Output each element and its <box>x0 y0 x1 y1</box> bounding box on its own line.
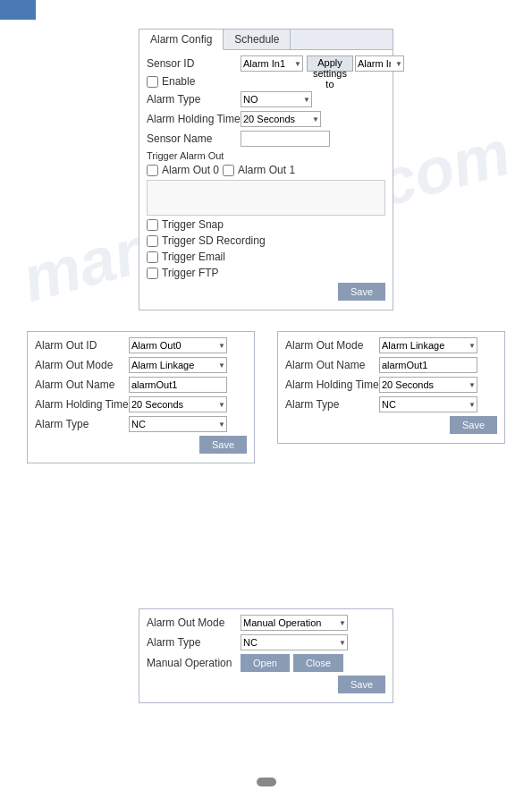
alarm-holding-time-select-right[interactable]: 20 Seconds <box>379 377 477 393</box>
alarm-config-panel: Alarm Config Schedule Sensor ID Alarm In… <box>139 29 393 310</box>
alarm-type-select-wrapper-manual: NC <box>241 634 348 650</box>
manual-operation-label: Manual Operation <box>147 657 241 669</box>
alarm-type-row-manual: Alarm Type NC <box>147 634 385 650</box>
enable-checkbox[interactable] <box>147 76 158 88</box>
panel3-body: Alarm Out Mode Alarm Linkage Alarm Out N… <box>278 332 504 443</box>
alarm-holding-time-select-left[interactable]: 20 Seconds <box>129 396 227 412</box>
alarm-holding-time-label-right: Alarm Holding Time <box>285 378 379 391</box>
alarm-out-mode-select-right[interactable]: Alarm Linkage <box>379 337 477 353</box>
apply-to-select-wrapper: Alarm In2 <box>355 55 404 72</box>
panel4-save-button[interactable]: Save <box>338 676 385 693</box>
sensor-id-select[interactable]: Alarm In1 <box>241 55 303 72</box>
panel1-save-button[interactable]: Save <box>338 283 385 301</box>
alarm-out-mode-label-left: Alarm Out Mode <box>35 359 129 371</box>
trigger-sd-checkbox[interactable] <box>147 235 158 247</box>
open-button[interactable]: Open <box>241 654 290 672</box>
alarm-holding-time-label-left: Alarm Holding Time <box>35 398 129 411</box>
apply-to-select[interactable]: Alarm In2 <box>355 55 404 72</box>
manual-operation-panel: Alarm Out Mode Manual Operation Alarm Ty… <box>139 608 393 703</box>
tabs: Alarm Config Schedule <box>139 30 393 50</box>
alarm-out0-label: Alarm Out 0 <box>162 164 219 176</box>
alarm-out-name-input-right[interactable] <box>379 357 477 373</box>
trigger-alarm-out-title: Trigger Alarm Out <box>147 150 385 161</box>
sensor-id-row: Sensor ID Alarm In1 Apply settings to Al… <box>147 55 385 72</box>
alarm-out-mode-select-manual[interactable]: Manual Operation <box>241 615 348 631</box>
apply-settings-button[interactable]: Apply settings to <box>307 55 353 72</box>
alarm-type-label-manual: Alarm Type <box>147 636 241 649</box>
panel3-save-row: Save <box>285 416 497 438</box>
alarm-out-name-row-left: Alarm Out Name <box>35 377 247 393</box>
alarm-out1-label: Alarm Out 1 <box>238 164 295 176</box>
alarm-out-mode-row-left: Alarm Out Mode Alarm Linkage <box>35 357 247 373</box>
alarm-holding-time-row-right: Alarm Holding Time 20 Seconds <box>285 377 497 393</box>
panel4-save-row: Save <box>147 676 385 697</box>
alarm-out-checkboxes: Alarm Out 0 Alarm Out 1 <box>147 164 385 176</box>
sensor-name-label: Sensor Name <box>147 132 241 145</box>
trigger-area <box>147 180 385 216</box>
alarm-out-name-input-left[interactable] <box>129 377 227 393</box>
alarm-out-id-label: Alarm Out ID <box>35 339 129 352</box>
alarm-type-select-right[interactable]: NC <box>379 396 477 412</box>
alarm-out-name-row-right: Alarm Out Name <box>285 357 497 373</box>
alarm-out-mode-row-right: Alarm Out Mode Alarm Linkage <box>285 337 497 353</box>
alarm-type-select-left[interactable]: NC <box>129 416 227 432</box>
alarm-holding-time-select[interactable]: 20 Seconds <box>241 111 321 127</box>
tab-alarm-config[interactable]: Alarm Config <box>139 30 224 50</box>
close-button[interactable]: Close <box>293 654 343 672</box>
enable-label: Enable <box>162 75 195 88</box>
alarm-out-id-select[interactable]: Alarm Out0 <box>129 337 227 353</box>
panel1-body: Sensor ID Alarm In1 Apply settings to Al… <box>139 50 393 310</box>
alarm-holding-time-select-wrapper: 20 Seconds <box>241 111 321 127</box>
alarm-out-mode-row-manual: Alarm Out Mode Manual Operation <box>147 615 385 631</box>
alarm-holding-time-select-wrapper-right: 20 Seconds <box>379 377 477 393</box>
trigger-snap-row: Trigger Snap <box>147 218 385 231</box>
alarm-out-mode-label-right: Alarm Out Mode <box>285 339 379 352</box>
alarm-type-select-wrapper-left: NC <box>129 416 227 432</box>
alarm-out0-checkbox[interactable] <box>147 165 158 176</box>
alarm-out-left-panel: Alarm Out ID Alarm Out0 Alarm Out Mode A… <box>27 331 255 463</box>
manual-operation-row: Manual Operation Open Close <box>147 654 385 672</box>
alarm-type-row-right: Alarm Type NC <box>285 396 497 412</box>
alarm-out-mode-select-left[interactable]: Alarm Linkage <box>129 357 227 373</box>
alarm-type-select-manual[interactable]: NC <box>241 634 348 650</box>
panel3-save-button[interactable]: Save <box>450 416 497 434</box>
panel1-save-row: Save <box>147 283 385 304</box>
tab-schedule[interactable]: Schedule <box>224 30 291 49</box>
alarm-out-mode-label-manual: Alarm Out Mode <box>147 616 241 629</box>
trigger-email-row: Trigger Email <box>147 251 385 263</box>
trigger-ftp-label: Trigger FTP <box>162 267 219 279</box>
trigger-email-checkbox[interactable] <box>147 251 158 263</box>
enable-row: Enable <box>147 75 385 88</box>
alarm-type-row-left: Alarm Type NC <box>35 416 247 432</box>
alarm-type-label: Alarm Type <box>147 93 241 106</box>
panel2-save-button[interactable]: Save <box>199 436 247 454</box>
alarm-holding-time-label: Alarm Holding Time <box>147 113 241 125</box>
alarm-out-name-label-right: Alarm Out Name <box>285 359 379 371</box>
trigger-snap-checkbox[interactable] <box>147 219 158 231</box>
trigger-sd-label: Trigger SD Recording <box>162 234 266 247</box>
alarm-type-select[interactable]: NO <box>241 91 312 107</box>
sensor-name-input[interactable] <box>241 131 330 147</box>
alarm-holding-time-row-left: Alarm Holding Time 20 Seconds <box>35 396 247 412</box>
alarm-type-row: Alarm Type NO <box>147 91 385 107</box>
panel2-body: Alarm Out ID Alarm Out0 Alarm Out Mode A… <box>28 332 254 463</box>
alarm-out-id-select-wrapper: Alarm Out0 <box>129 337 227 353</box>
alarm-holding-time-select-wrapper-left: 20 Seconds <box>129 396 227 412</box>
alarm-type-label-right: Alarm Type <box>285 398 379 411</box>
trigger-email-label: Trigger Email <box>162 251 225 263</box>
alarm-type-label-left: Alarm Type <box>35 418 129 430</box>
trigger-ftp-checkbox[interactable] <box>147 268 158 279</box>
alarm-out1-checkbox[interactable] <box>223 165 234 176</box>
alarm-out-mode-select-wrapper-left: Alarm Linkage <box>129 357 227 373</box>
panel2-save-row: Save <box>35 436 247 457</box>
trigger-snap-label: Trigger Snap <box>162 218 224 231</box>
alarm-out-name-label-left: Alarm Out Name <box>35 378 129 391</box>
alarm-type-select-wrapper-right: NC <box>379 396 477 412</box>
alarm-holding-time-row: Alarm Holding Time 20 Seconds <box>147 111 385 127</box>
top-bar <box>0 0 36 20</box>
alarm-out-mode-select-wrapper-right: Alarm Linkage <box>379 337 477 353</box>
page-indicator <box>257 778 276 786</box>
alarm-out-mode-select-wrapper-manual: Manual Operation <box>241 615 348 631</box>
alarm-type-select-wrapper: NO <box>241 91 312 107</box>
sensor-id-label: Sensor ID <box>147 57 241 70</box>
